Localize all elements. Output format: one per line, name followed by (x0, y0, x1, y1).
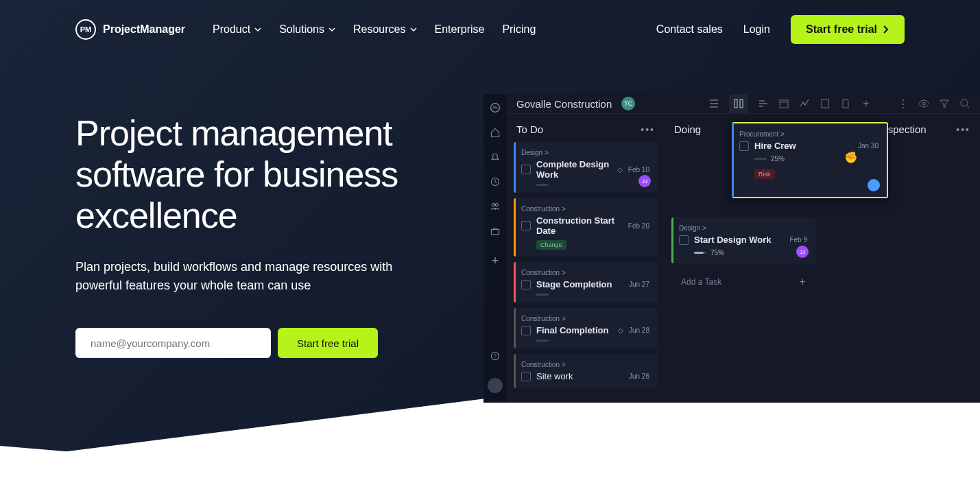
user-avatar[interactable] (488, 378, 503, 393)
card-date: Feb 10 (628, 166, 649, 174)
svg-text:PM: PM (492, 106, 497, 110)
sidebar-add-icon[interactable]: + (492, 254, 499, 268)
column-todo: To Do ••• Design > Complete Design Work … (507, 114, 665, 403)
start-trial-button[interactable]: Start free trial (791, 15, 905, 44)
column-doing: Doing ••• Procurement > Hire Crew Jan 30 (665, 114, 822, 403)
pm-logo-icon[interactable]: PM (490, 102, 501, 113)
checkbox[interactable] (521, 372, 531, 381)
task-card[interactable]: Construction > Site work Jun 26 (514, 354, 658, 388)
task-card[interactable]: Design > Complete Design Work ◇ Feb 10 J… (514, 142, 658, 193)
nav-solutions-label: Solutions (279, 23, 324, 36)
hero-cta-button[interactable]: Start free trial (278, 328, 378, 358)
top-nav: PM ProjectManager Product Solutions Reso… (0, 0, 980, 59)
home-icon[interactable] (490, 127, 501, 138)
sheet-view-icon[interactable] (820, 98, 830, 109)
progress-pct: 75% (710, 249, 724, 257)
svg-rect-10 (780, 100, 788, 108)
workload-view-icon[interactable] (799, 98, 810, 109)
svg-text:?: ? (494, 353, 497, 359)
tag-change: Change (536, 240, 566, 250)
team-icon[interactable] (490, 201, 501, 212)
card-category: Construction > (521, 269, 649, 276)
nav-enterprise[interactable]: Enterprise (435, 23, 485, 36)
chevron-down-icon (410, 26, 417, 33)
chevron-right-icon (883, 25, 889, 34)
progress-pct: 25% (771, 155, 785, 163)
logo[interactable]: PM ProjectManager (75, 19, 185, 40)
tag-risk: Risk (754, 169, 775, 179)
nav-right: Contact sales Login Start free trial (656, 15, 905, 44)
card-category: Design > (679, 224, 807, 232)
diamond-icon: ◇ (617, 166, 623, 174)
task-card[interactable]: Construction > Stage Completion Jun 27 (514, 262, 658, 302)
column-menu-icon[interactable]: ••• (641, 124, 655, 135)
nav-login[interactable]: Login (743, 23, 770, 36)
card-category: Design > (521, 149, 649, 156)
card-date: Jun 27 (629, 281, 649, 288)
nav-product[interactable]: Product (213, 23, 261, 36)
more-icon[interactable]: ⋮ (898, 98, 909, 109)
card-category: Construction > (521, 315, 649, 322)
kanban-board: To Do ••• Design > Complete Design Work … (507, 114, 980, 403)
nav-solutions[interactable]: Solutions (279, 23, 335, 36)
list-view-icon[interactable] (708, 98, 719, 109)
card-date: Feb 9 (789, 236, 807, 244)
nav-resources[interactable]: Resources (353, 23, 416, 36)
filter-icon[interactable] (939, 98, 950, 109)
dragging-card[interactable]: Procurement > Hire Crew Jan 30 25% Risk (732, 122, 888, 198)
calendar-view-icon[interactable] (778, 98, 789, 109)
plus-icon: + (642, 401, 648, 403)
board-view-icon[interactable] (729, 94, 748, 113)
svg-point-13 (961, 99, 968, 106)
svg-point-3 (492, 204, 495, 206)
card-title: Stage Completion (536, 279, 623, 289)
app-topbar: Govalle Construction TC + ⋮ (507, 94, 980, 114)
grab-cursor-icon: ✊ (844, 151, 858, 164)
hero-subtitle: Plan projects, build workflows and manag… (75, 258, 432, 295)
column-menu-icon[interactable]: ••• (956, 124, 970, 135)
help-icon[interactable]: ? (490, 351, 501, 361)
diamond-icon: ◇ (618, 326, 623, 334)
task-card[interactable]: Construction > Final Completion ◇ Jun 28 (514, 308, 658, 348)
app-main: Govalle Construction TC + ⋮ (507, 94, 980, 403)
clock-icon[interactable] (490, 176, 501, 187)
card-title: Start Design Work (694, 235, 784, 245)
checkbox[interactable] (521, 280, 531, 289)
task-card[interactable]: Construction > Construction Start Date F… (514, 198, 658, 257)
hero-title: Project management software for business… (75, 113, 432, 236)
briefcase-icon[interactable] (490, 226, 501, 237)
card-title: Site work (536, 371, 623, 381)
chevron-down-icon (328, 26, 335, 33)
checkbox[interactable] (739, 141, 749, 151)
progress-bar (754, 158, 767, 160)
nav-enterprise-label: Enterprise (435, 23, 485, 36)
checkbox[interactable] (521, 326, 531, 335)
search-icon[interactable] (959, 98, 970, 109)
progress-bar (536, 340, 549, 342)
assignee-avatar[interactable] (868, 179, 880, 191)
brand-name: ProjectManager (103, 23, 185, 36)
nav-contact[interactable]: Contact sales (656, 23, 723, 36)
add-view-icon[interactable]: + (861, 98, 872, 109)
progress-bar (536, 184, 549, 186)
checkbox[interactable] (521, 165, 531, 174)
checkbox[interactable] (521, 221, 531, 230)
checkbox[interactable] (679, 235, 689, 245)
email-input[interactable] (75, 328, 271, 358)
team-badge[interactable]: TC (621, 97, 635, 110)
add-task-label: Add a Task (681, 277, 721, 287)
eye-icon[interactable] (918, 98, 929, 109)
assignee-avatar[interactable]: JJ (796, 246, 809, 258)
task-card[interactable]: Design > Start Design Work Feb 9 75% JJ (671, 217, 815, 263)
view-switcher: + (708, 94, 872, 113)
nav-left: Product Solutions Resources Enterprise P… (213, 23, 536, 36)
file-view-icon[interactable] (840, 98, 851, 109)
nav-pricing[interactable]: Pricing (502, 23, 536, 36)
card-date: Jun 26 (629, 372, 649, 380)
gantt-view-icon[interactable] (758, 98, 769, 109)
add-task-button[interactable]: Add a Task + (671, 269, 815, 295)
card-title: Final Completion (536, 325, 612, 335)
bell-icon[interactable] (490, 152, 501, 163)
add-task-button[interactable]: Add a Task + (514, 394, 658, 403)
assignee-avatar[interactable]: JJ (638, 175, 651, 187)
